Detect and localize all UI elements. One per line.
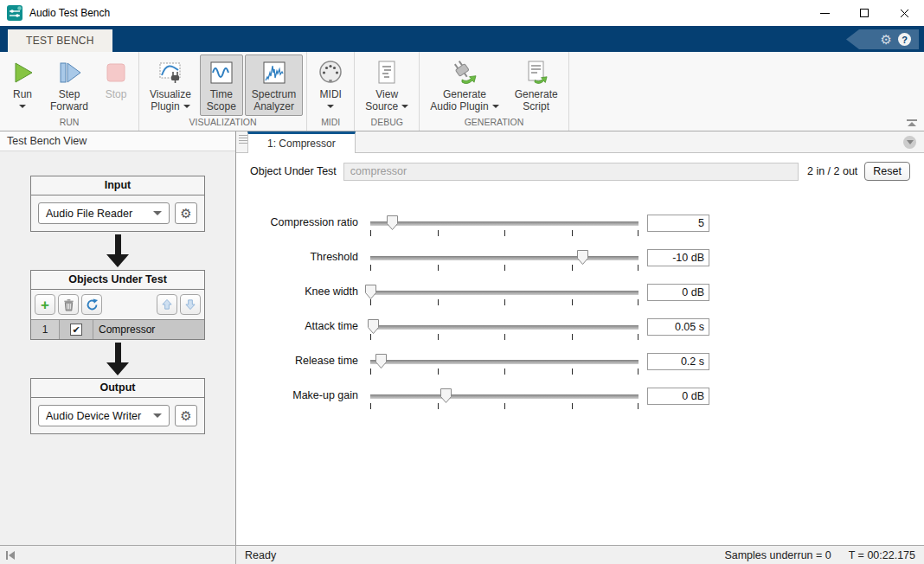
slider-tick [572,334,573,340]
tab-options-button[interactable] [903,136,916,149]
tab-test-bench[interactable]: TEST BENCH [8,29,112,52]
slider-tick [438,369,439,375]
slider-tick [504,230,505,236]
slider-thumb[interactable] [577,250,588,265]
time-scope-label2: Scope [207,100,236,112]
flow-arrow-icon [106,343,129,375]
stop-icon [104,57,128,88]
visualize-plugin-label2: Plugin [151,100,179,112]
visualize-plugin-button[interactable]: Visualize Plugin [143,54,198,116]
output-settings-button[interactable]: ⚙ [175,405,197,426]
view-source-button[interactable]: View Source [358,54,415,116]
generate-script-label: Generate [515,88,558,100]
ribbon-tab-strip: TEST BENCH ⚙ ? [0,26,924,52]
attack-time-slider[interactable] [370,317,638,343]
output-device-select[interactable]: Audio Device Writer [38,405,170,426]
spectrum-analyzer-label: Spectrum [252,88,296,100]
output-box-title: Output [31,379,204,398]
knee-width-input[interactable] [647,284,709,301]
slider-tick [438,230,439,236]
object-enabled-checkbox[interactable]: ✔ [70,324,82,336]
param-label: Make-up gain [250,389,358,401]
param-label: Compression ratio [250,216,358,228]
toolbar-group-generation: Generate Audio Plugin Generate Script GE… [420,52,568,131]
slider-thumb[interactable] [365,285,376,299]
midi-button[interactable]: MIDI [311,54,350,116]
run-button[interactable]: Run [3,54,42,116]
makeup-gain-input[interactable] [647,388,709,405]
input-settings-button[interactable]: ⚙ [175,202,197,224]
spectrum-analyzer-label2: Analyzer [253,100,294,112]
slider-tick [370,265,371,271]
object-under-test-label: Object Under Test [250,165,337,177]
slider-thumb[interactable] [375,354,387,369]
document-tab-strip: 1: Compressor [236,131,924,153]
group-label-run: RUN [0,116,138,131]
compression-ratio-slider[interactable] [370,214,638,240]
param-row-compression-ratio: Compression ratio [250,214,910,248]
slider-tick [504,299,505,305]
generate-script-button[interactable]: Generate Script [508,54,565,116]
spectrum-analyzer-button[interactable]: Spectrum Analyzer [245,54,303,116]
toolstrip: Run Step Forward Stop RUN [0,52,924,131]
toolbar-group-debug: View Source DEBUG [355,52,420,131]
time-scope-button[interactable]: Time Scope [200,54,243,116]
output-device-value: Audio Device Writer [46,410,141,422]
status-bar-main: Ready Samples underrun = 0 T = 00:22.175 [236,546,924,564]
step-forward-label2: Forward [50,100,88,112]
knee-width-slider[interactable] [370,283,638,309]
tab-compressor[interactable]: 1: Compressor [247,131,356,153]
add-object-button[interactable]: + [35,294,55,315]
input-source-select[interactable]: Audio File Reader [38,202,170,224]
release-time-input[interactable] [647,353,709,370]
attack-time-input[interactable] [647,318,709,336]
reset-button[interactable]: Reset [864,162,910,181]
threshold-slider[interactable] [370,248,638,274]
chevron-down-icon [327,105,334,108]
view-source-label: View [375,88,398,100]
panel-grip-icon[interactable] [239,135,247,144]
delete-object-button[interactable] [58,294,79,315]
collapse-toolstrip-button[interactable] [907,119,917,126]
slider-tick [572,403,573,409]
slider-thumb[interactable] [387,215,398,230]
arrow-up-icon [161,298,173,311]
signal-flow: Input Audio File Reader ⚙ Objects Under … [0,151,235,545]
collapse-panel-button[interactable] [6,551,15,560]
chevron-down-icon [19,105,26,108]
chevron-down-icon [492,105,499,108]
move-down-button[interactable] [180,294,201,315]
slider-tick [504,265,505,271]
compressor-params: Object Under Test compressor 2 in / 2 ou… [236,153,924,545]
maximize-button[interactable] [844,0,884,26]
slider-tick [504,403,505,409]
panel-title: Test Bench View [0,131,235,151]
generate-audio-plugin-button[interactable]: Generate Audio Plugin [423,54,505,116]
threshold-input[interactable] [647,249,709,266]
makeup-gain-slider[interactable] [370,387,638,413]
slider-track [370,394,638,399]
slider-thumb[interactable] [368,319,379,334]
gear-icon: ⚙ [180,206,191,221]
slider-thumb[interactable] [440,388,452,403]
table-row[interactable]: 1 ✔ Compressor [31,319,204,339]
preferences-gear-icon[interactable]: ⚙ [881,33,892,46]
objects-under-test-box: Objects Under Test + [30,270,205,340]
step-forward-icon [56,57,82,88]
check-icon: ✔ [72,324,80,335]
move-up-button[interactable] [157,294,177,315]
refresh-object-button[interactable] [81,294,102,315]
time-scope-label: Time [210,88,233,100]
close-button[interactable] [884,0,924,26]
compression-ratio-input[interactable] [647,215,709,232]
chevron-down-icon [183,105,190,108]
step-forward-button[interactable]: Step Forward [43,54,95,116]
minimize-button[interactable] [805,0,844,26]
slider-tick [370,403,371,409]
midi-icon [318,57,343,88]
slider-tick [438,403,439,409]
generate-audio-plugin-icon [450,57,479,88]
view-source-icon [375,57,398,88]
release-time-slider[interactable] [370,352,638,378]
help-icon[interactable]: ? [898,33,911,46]
